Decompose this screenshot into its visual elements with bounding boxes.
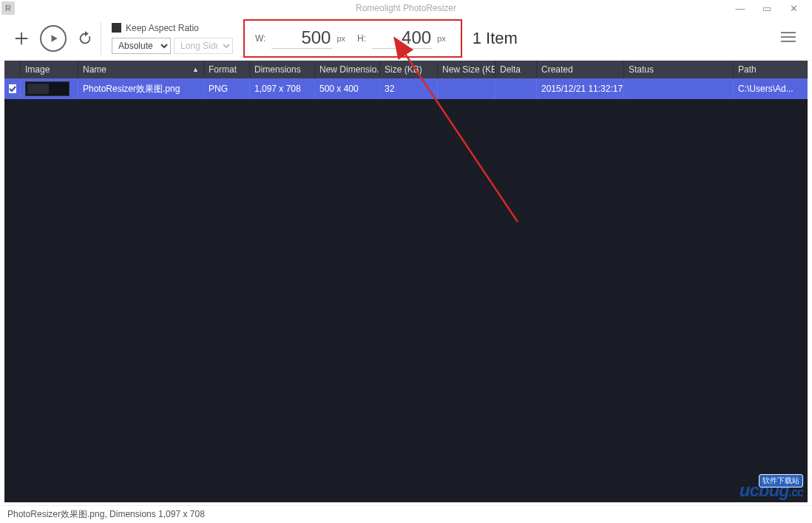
status-text: PhotoResizer效果图.png, Dimensions 1,097 x … xyxy=(7,508,205,521)
height-input[interactable] xyxy=(372,27,433,49)
svg-rect-1 xyxy=(781,36,796,38)
run-button[interactable] xyxy=(40,25,67,52)
plus-icon xyxy=(13,30,30,47)
file-table: Image Name▲ Format Dimensions New Dimens… xyxy=(4,61,808,502)
cell-format: PNG xyxy=(204,78,250,99)
header-delta[interactable]: Delta xyxy=(495,61,537,78)
keep-aspect-label: Keep Aspect Ratio xyxy=(126,23,199,33)
dimensions-panel: W: px H: px xyxy=(243,19,462,58)
close-button[interactable]: ✕ xyxy=(788,3,799,14)
table-header: Image Name▲ Format Dimensions New Dimens… xyxy=(4,61,808,78)
header-status[interactable]: Status xyxy=(624,61,734,78)
watermark-subtitle: 软件下载站 xyxy=(759,474,803,487)
cell-new-dimensions: 500 x 400 xyxy=(315,78,380,99)
window-title: Romeolight PhotoResizer xyxy=(356,3,456,13)
window-controls: — ▭ ✕ xyxy=(735,3,812,14)
header-dimensions[interactable]: Dimensions xyxy=(250,61,315,78)
refresh-icon xyxy=(77,30,93,47)
maximize-button[interactable]: ▭ xyxy=(762,3,772,14)
statusbar: PhotoResizer效果图.png, Dimensions 1,097 x … xyxy=(0,505,812,523)
mode-select[interactable]: Absolute xyxy=(112,38,171,54)
header-created[interactable]: Created xyxy=(537,61,624,78)
titlebar: R Romeolight PhotoResizer — ▭ ✕ xyxy=(0,0,812,16)
width-input[interactable] xyxy=(271,27,332,49)
svg-rect-2 xyxy=(781,41,796,42)
header-new-size[interactable]: New Size (KB) xyxy=(438,61,495,78)
header-size[interactable]: Size (KB) xyxy=(380,61,438,78)
refresh-button[interactable] xyxy=(77,30,93,47)
play-icon xyxy=(40,25,67,52)
checkbox-checked-icon xyxy=(9,84,16,93)
cell-dimensions: 1,097 x 708 xyxy=(250,78,315,99)
toolbar-divider xyxy=(101,22,101,55)
header-name[interactable]: Name▲ xyxy=(78,61,204,78)
width-label: W: xyxy=(255,33,265,44)
table-row[interactable]: PhotoResizer效果图.png PNG 1,097 x 708 500 … xyxy=(4,78,808,99)
app-icon: R xyxy=(1,1,15,15)
header-path[interactable]: Path xyxy=(734,61,808,78)
cell-status xyxy=(624,78,734,99)
watermark: 软件下载站 ucbug.cc xyxy=(740,480,803,501)
header-new-dimensions[interactable]: New Dimensio... xyxy=(315,61,380,78)
cell-path: C:\Users\Ad... xyxy=(734,78,808,99)
cell-thumbnail xyxy=(21,78,78,99)
cell-name: PhotoResizer效果图.png xyxy=(78,78,204,99)
cell-new-size xyxy=(438,78,495,99)
header-checkbox-cell[interactable] xyxy=(4,61,21,78)
svg-rect-0 xyxy=(781,32,796,33)
keep-aspect-checkbox[interactable] xyxy=(112,23,121,33)
row-checkbox[interactable] xyxy=(4,78,21,99)
sort-asc-icon: ▲ xyxy=(192,66,199,73)
cell-size: 32 xyxy=(380,78,438,99)
watermark-tld: .cc xyxy=(789,486,803,499)
height-unit: px xyxy=(437,34,446,43)
item-count: 1 Item xyxy=(473,29,518,48)
side-select[interactable]: Long Side xyxy=(174,38,233,54)
cell-delta xyxy=(495,78,537,99)
height-label: H: xyxy=(357,33,366,44)
hamburger-icon xyxy=(781,32,796,42)
toolbar: Keep Aspect Ratio Absolute Long Side W: … xyxy=(0,16,812,61)
cell-created: 2015/12/21 11:32:17 xyxy=(537,78,624,99)
menu-button[interactable] xyxy=(781,32,796,44)
resize-options: Keep Aspect Ratio Absolute Long Side xyxy=(109,23,233,54)
header-image[interactable]: Image xyxy=(21,61,78,78)
minimize-button[interactable]: — xyxy=(735,3,745,14)
header-format[interactable]: Format xyxy=(204,61,250,78)
width-unit: px xyxy=(336,34,345,43)
add-button[interactable] xyxy=(13,30,30,47)
